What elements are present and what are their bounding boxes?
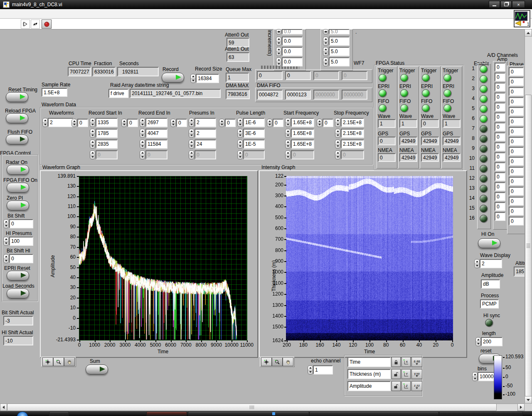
wd-record-start-in-spinner-2[interactable]: [90, 139, 95, 149]
ad-ch-3-phase-input[interactable]: 0: [509, 87, 524, 96]
increments-right-spinner-3[interactable]: [323, 57, 328, 66]
legend-x-name-input[interactable]: Time: [347, 357, 391, 367]
legend-z-format-button[interactable]: z.zz: [411, 381, 422, 391]
ad-ch-8-phase-input[interactable]: 0: [509, 137, 524, 146]
increments-left-spinner-2[interactable]: [276, 47, 281, 56]
ad-ch-6-enable-led[interactable]: [480, 115, 488, 123]
minimize-button[interactable]: [489, 1, 500, 8]
wd-record-end-in-index-spinner[interactable]: [121, 119, 127, 127]
wd-record-start-in-input-3[interactable]: 0: [96, 150, 118, 159]
wd-presums-in-spinner-0[interactable]: [189, 118, 194, 127]
maximize-button[interactable]: [500, 1, 512, 8]
ad-ch-11-enable-led[interactable]: [480, 165, 488, 173]
ig-pan-tool-button[interactable]: [283, 357, 293, 366]
wd-start-frequency-index-input[interactable]: 0: [273, 119, 283, 127]
ad-ch-1-amp-input[interactable]: 0: [495, 63, 505, 71]
h-scroll-right-button[interactable]: [517, 404, 525, 411]
wd-presums-in-spinner-2[interactable]: [189, 139, 194, 149]
increments-right-spinner-0[interactable]: [323, 29, 328, 34]
bins-spinner[interactable]: [472, 372, 478, 381]
wd-stop-frequency-index-spinner[interactable]: [317, 119, 322, 127]
wd-presums-in-input-3[interactable]: 0: [195, 150, 216, 159]
v-scroll-down-button[interactable]: [525, 396, 532, 404]
bit-shift-hi-spinner[interactable]: [3, 254, 9, 263]
wd-start-frequency-input-1[interactable]: 1.65E+8: [291, 129, 314, 138]
ad-ch-14-phase-input[interactable]: 0: [509, 197, 524, 206]
fpga-fifo-on-switch[interactable]: [7, 183, 29, 193]
epri-reset-switch[interactable]: [7, 271, 29, 281]
legend-x-axis-button[interactable]: X: [401, 357, 411, 367]
ad-ch-12-amp-input[interactable]: 0: [495, 172, 505, 181]
increments-left-spinner-3[interactable]: [276, 57, 281, 66]
wd-record-end-in-spinner-2[interactable]: [140, 139, 145, 149]
legend-z-name-input[interactable]: Amplitude: [347, 381, 391, 391]
wd-pulse-length-input-3[interactable]: 0: [243, 150, 265, 159]
ad-ch-4-amp-input[interactable]: 0: [495, 93, 505, 101]
wd-pulse-length-input-1[interactable]: 3E-6: [243, 129, 265, 138]
radar-on-switch[interactable]: [7, 165, 29, 175]
wd-record-end-in-spinner-0[interactable]: [140, 118, 145, 127]
wd-presums-in-input-1[interactable]: 2: [195, 129, 216, 138]
wd-stop-frequency-input-1[interactable]: 2.15E+8: [341, 129, 364, 138]
h-scroll-thumb[interactable]: [7, 404, 497, 411]
bit-shift-hi-input[interactable]: 0: [9, 254, 33, 263]
wave-display-input[interactable]: 2: [480, 259, 502, 268]
wd-stop-frequency-spinner-2[interactable]: [335, 139, 340, 149]
wd-record-end-in-input-0[interactable]: 2697: [145, 118, 167, 127]
wd-record-end-in-input-1[interactable]: 4047: [145, 129, 167, 138]
ad-ch-2-amp-input[interactable]: 0: [495, 73, 505, 81]
hi-presums-spinner[interactable]: [3, 237, 9, 246]
legend-x-format-button[interactable]: 8.88: [411, 357, 422, 367]
wd-pulse-length-spinner-0[interactable]: [237, 118, 243, 127]
ad-ch-9-amp-input[interactable]: 0: [495, 142, 505, 151]
increments-left-spinner-1[interactable]: [276, 37, 281, 46]
ad-ch-6-phase-input[interactable]: 0: [509, 117, 524, 126]
wd-record-start-in-input-1[interactable]: 1785: [96, 129, 118, 138]
h-scroll-left-button[interactable]: [0, 404, 7, 411]
wd-pulse-length-spinner-1[interactable]: [237, 129, 243, 138]
ad-ch-7-phase-input[interactable]: 0: [509, 127, 524, 136]
wd-stop-frequency-spinner-0[interactable]: [335, 118, 340, 127]
wd-record-end-in-input-3[interactable]: 0: [145, 150, 167, 159]
ad-ch-9-enable-led[interactable]: [480, 145, 488, 153]
zero-pi-switch[interactable]: [7, 201, 29, 210]
ad-ch-1-enable-led[interactable]: [480, 65, 488, 73]
ad-ch-4-phase-input[interactable]: 0: [509, 97, 524, 106]
wd-presums-in-input-0[interactable]: 2: [195, 118, 216, 127]
ad-ch-6-amp-input[interactable]: 0: [495, 113, 505, 121]
wd-pulse-length-input-0[interactable]: 1E-6: [243, 118, 265, 127]
taskbar-button-0[interactable]: [49, 411, 69, 416]
v-scroll-thumb[interactable]: [525, 95, 532, 396]
ad-ch-14-amp-input[interactable]: 0: [495, 192, 505, 201]
ad-ch-13-enable-led[interactable]: [480, 185, 488, 193]
wd-record-end-in-spinner-1[interactable]: [140, 129, 145, 138]
increments-left-spinner-0[interactable]: [276, 29, 281, 34]
wd-start-frequency-input-0[interactable]: 1.65E+8: [291, 118, 314, 127]
ad-ch-14-enable-led[interactable]: [480, 195, 488, 203]
ad-ch-12-phase-input[interactable]: 0: [509, 177, 524, 186]
ad-ch-10-amp-input[interactable]: 0: [495, 152, 505, 161]
wd-stop-frequency-input-0[interactable]: 2.15E+8: [341, 118, 364, 127]
ad-ch-15-amp-input[interactable]: 0: [495, 202, 505, 211]
waveforms-spinner[interactable]: [42, 118, 48, 127]
load-seconds-switch[interactable]: [7, 289, 29, 299]
increments-right-input-0[interactable]: 5.0: [329, 29, 350, 34]
reload-fpga-switch[interactable]: [6, 113, 28, 123]
echo-channel-input[interactable]: 1: [313, 365, 333, 374]
waveforms-input[interactable]: 2: [48, 118, 74, 127]
ad-ch-7-enable-led[interactable]: [480, 125, 488, 133]
wd-pulse-length-input-2[interactable]: 1E-5: [243, 139, 265, 149]
ad-ch-8-enable-led[interactable]: [480, 135, 488, 143]
wd-record-end-in-spinner-3[interactable]: [140, 150, 145, 159]
reset-timing-switch[interactable]: [6, 92, 28, 102]
legend-y-format-button[interactable]: y.yy: [411, 369, 422, 379]
taskbar-button-1[interactable]: [146, 411, 187, 416]
increments-left-input-0[interactable]: 0.0: [282, 29, 303, 34]
ad-ch-5-enable-led[interactable]: [480, 105, 488, 113]
wd-stop-frequency-spinner-3[interactable]: [335, 150, 340, 159]
raid-drive-input[interactable]: f drive: [108, 89, 128, 98]
taskbar-button-3[interactable]: [309, 411, 439, 416]
ad-ch-13-amp-input[interactable]: 0: [495, 182, 505, 191]
ad-ch-2-enable-led[interactable]: [480, 75, 488, 83]
wd-start-frequency-spinner-1[interactable]: [285, 129, 291, 138]
